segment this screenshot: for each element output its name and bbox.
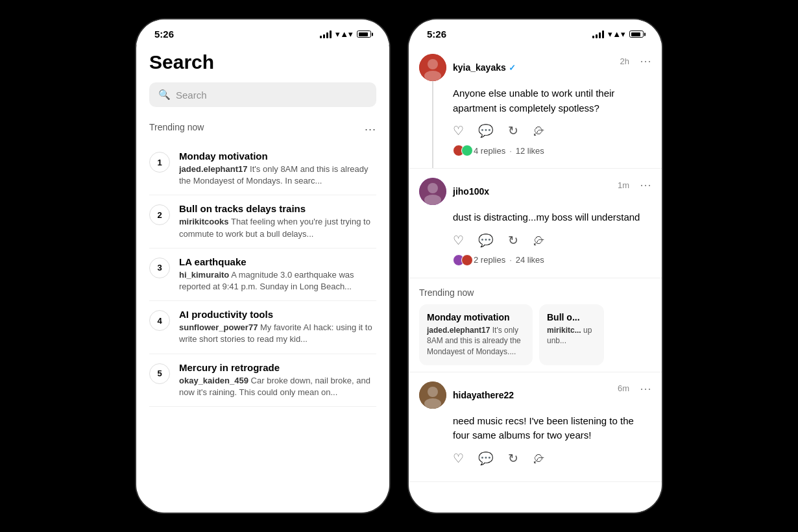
retweet-icon[interactable]: ↻ [508, 451, 518, 466]
trend-desc: okay_kaiden_459 Car broke down, nail bro… [179, 375, 376, 398]
tc-desc-1: jaded.elephant17 It's only 8AM and this … [427, 325, 525, 357]
trend-content: AI productivity tools sunflower_power77 … [179, 309, 376, 345]
post-body-2: dust is distracting...my boss will under… [453, 210, 651, 225]
comment-icon[interactable]: 💬 [478, 451, 494, 466]
trend-number-wrap: 2 [149, 204, 170, 225]
trend-title: AI productivity tools [179, 309, 376, 320]
avatar-hidaya [419, 381, 446, 409]
post-time-1: 2h [620, 56, 629, 66]
comment-icon[interactable]: 💬 [478, 123, 494, 138]
post-username-1: kyia_kayaks ✓ [453, 62, 516, 73]
left-status-bar: 5:26 ▾▲▾ [136, 19, 389, 45]
feed-screen: kyia_kayaks ✓ 2h ⋯ Anyone else unable to… [409, 45, 662, 513]
feed-post-1[interactable]: kyia_kayaks ✓ 2h ⋯ Anyone else unable to… [409, 45, 662, 169]
likes-count-1: 12 likes [516, 146, 544, 156]
search-screen: Search 🔍 Search Trending now ... 1 Monda… [136, 51, 389, 513]
replies-count-2: 2 replies [474, 255, 505, 265]
replies-count-1: 4 replies [474, 146, 505, 156]
trend-title: Bull on tracks delays trains [179, 203, 376, 214]
trend-number-wrap: 1 [149, 152, 170, 173]
post-user-2: jiho100x [419, 178, 489, 205]
share-icon[interactable]: ⌮ [533, 123, 545, 138]
post-username-3: hidayathere22 [453, 390, 514, 400]
right-status-bar: 5:26 ▾▲▾ [409, 19, 662, 45]
left-status-icons: ▾▲▾ [320, 29, 371, 39]
post-actions-2: ♡ 💬 ↻ ⌮ [453, 233, 651, 248]
battery-icon [629, 30, 644, 38]
post-meta-1: kyia_kayaks ✓ [453, 62, 516, 73]
likes-count-2: 24 likes [516, 255, 544, 265]
reply-avatar [461, 145, 473, 156]
trend-desc: mirikitcooks That feeling when you're ju… [179, 216, 376, 239]
trend-number: 3 [157, 263, 162, 272]
like-icon[interactable]: ♡ [453, 123, 464, 138]
signal-icon [592, 30, 604, 38]
post-meta-3: hidayathere22 [453, 390, 514, 400]
reply-avatars-1 [453, 145, 470, 156]
search-icon: 🔍 [158, 89, 171, 101]
trending-now-label: Trending now [149, 122, 204, 132]
like-icon[interactable]: ♡ [453, 233, 464, 248]
post-stats-1: 4 replies · 12 likes [453, 145, 651, 156]
svg-point-7 [428, 387, 438, 397]
post-header-2: jiho100x 1m ⋯ [419, 178, 651, 205]
comment-icon[interactable]: 💬 [478, 233, 494, 248]
trend-number-wrap: 3 [149, 258, 170, 278]
left-phone: 5:26 ▾▲▾ Search 🔍 Search Trending now [136, 19, 389, 513]
post-meta-2: jiho100x [453, 186, 489, 197]
trend-number-wrap: 5 [149, 363, 170, 384]
post-more-button-2[interactable]: ⋯ [635, 178, 651, 192]
trend-number: 4 [157, 316, 162, 326]
retweet-icon[interactable]: ↻ [508, 233, 518, 248]
avatar-jiho [419, 178, 446, 205]
trend-item-3[interactable]: 3 LA earthquake hi_kimuraito A magnitude… [149, 248, 376, 301]
thread-line [432, 81, 433, 168]
trending-more-button[interactable]: ... [365, 120, 376, 134]
feed-post-3[interactable]: hidayathere22 6m ⋯ need music recs! I've… [409, 372, 662, 482]
feed-post-2[interactable]: jiho100x 1m ⋯ dust is distracting...my b… [409, 169, 662, 278]
feed-trending-label: Trending now [419, 287, 651, 298]
tc-title-2: Bull o... [547, 312, 596, 322]
right-status-time: 5:26 [427, 29, 446, 40]
svg-point-5 [424, 195, 441, 205]
post-actions-1: ♡ 💬 ↻ ⌮ [453, 123, 651, 138]
trend-title: Monday motivation [179, 151, 376, 162]
post-more-button-3[interactable]: ⋯ [635, 381, 651, 396]
share-icon[interactable]: ⌮ [533, 451, 545, 466]
trend-item-5[interactable]: 5 Mercury in retrograde okay_kaiden_459 … [149, 354, 376, 407]
trend-item-2[interactable]: 2 Bull on tracks delays trains mirikitco… [149, 195, 376, 248]
like-icon[interactable]: ♡ [453, 451, 464, 466]
svg-point-2 [424, 71, 441, 81]
trend-title: Mercury in retrograde [179, 362, 376, 373]
post-body-1: Anyone else unable to work until their a… [453, 86, 651, 115]
tc-desc-2: mirikitc... up unb... [547, 325, 596, 347]
retweet-icon[interactable]: ↻ [508, 123, 518, 138]
trend-desc: sunflower_power77 My favorite AI hack: u… [179, 322, 376, 345]
svg-point-4 [428, 183, 438, 193]
feed-trending-section: Trending now Monday motivation jaded.ele… [409, 278, 662, 372]
trending-card-1[interactable]: Monday motivation jaded.elephant17 It's … [419, 304, 533, 365]
post-time-3: 6m [618, 383, 629, 393]
reply-avatars-2 [453, 254, 470, 266]
svg-point-8 [424, 398, 441, 409]
battery-icon [357, 30, 371, 38]
svg-point-1 [428, 59, 438, 69]
post-username-2: jiho100x [453, 186, 489, 197]
post-more-button-1[interactable]: ⋯ [635, 54, 651, 68]
trend-number: 5 [157, 369, 162, 378]
right-phone: 5:26 ▾▲▾ [409, 19, 662, 513]
right-status-icons: ▾▲▾ [592, 29, 644, 39]
trending-card-2[interactable]: Bull o... mirikitc... up unb... [539, 304, 604, 365]
post-time-2: 1m [618, 180, 629, 190]
share-icon[interactable]: ⌮ [533, 233, 545, 248]
avatar-kyia [419, 54, 446, 81]
search-input[interactable]: Search [176, 90, 207, 101]
trend-item-1[interactable]: 1 Monday motivation jaded.elephant17 It'… [149, 143, 376, 195]
trend-content: Bull on tracks delays trains mirikitcook… [179, 203, 376, 239]
post-header-3: hidayathere22 6m ⋯ [419, 381, 651, 409]
search-input-wrap[interactable]: 🔍 Search [149, 82, 376, 107]
search-title: Search [149, 51, 376, 73]
trend-item-4[interactable]: 4 AI productivity tools sunflower_power7… [149, 301, 376, 354]
trend-number-wrap: 4 [149, 310, 170, 331]
post-user-1: kyia_kayaks ✓ [419, 54, 516, 81]
